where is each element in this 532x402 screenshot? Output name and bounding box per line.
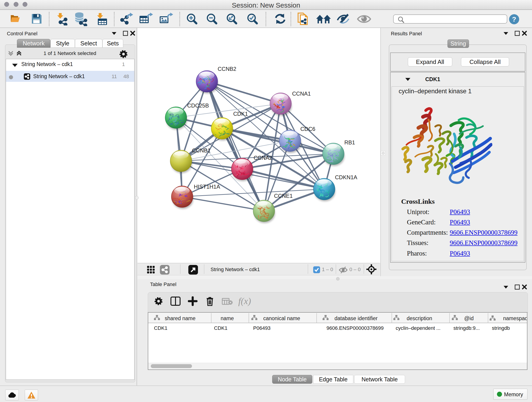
svg-text:?: ? — [512, 15, 516, 23]
svg-text:CCNA2: CCNA2 — [254, 155, 272, 161]
svg-text:CDC25B: CDC25B — [187, 102, 209, 109]
svg-text:CCNB1: CCNB1 — [192, 147, 210, 153]
svg-text:CCNB2: CCNB2 — [218, 66, 236, 72]
svg-text:CDKN1A: CDKN1A — [335, 174, 357, 180]
svg-text:CDK1: CDK1 — [233, 111, 248, 117]
svg-text:HIST1H1A: HIST1H1A — [194, 184, 220, 190]
svg-text:CDC6: CDC6 — [300, 126, 315, 132]
svg-text:CCNA1: CCNA1 — [292, 90, 311, 97]
svg-text:CCNE1: CCNE1 — [274, 193, 293, 199]
svg-text:RB1: RB1 — [344, 139, 355, 146]
